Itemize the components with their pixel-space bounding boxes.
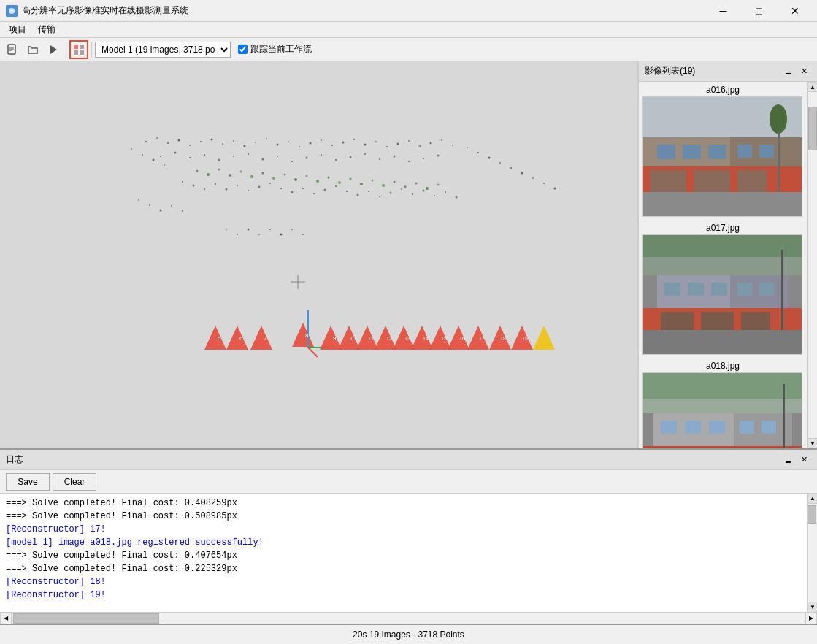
log-line: [Reconstructor] 18! bbox=[6, 575, 801, 589]
svg-point-108 bbox=[445, 191, 446, 193]
svg-point-95 bbox=[302, 188, 304, 189]
svg-point-18 bbox=[211, 139, 213, 141]
image-thumbnail[interactable] bbox=[642, 96, 802, 217]
model-dropdown[interactable]: Model 1 (19 images, 3718 po bbox=[95, 42, 231, 58]
svg-point-62 bbox=[207, 173, 210, 176]
svg-point-125 bbox=[160, 210, 162, 212]
status-text: 20s 19 Images - 3718 Points bbox=[353, 629, 464, 640]
svg-point-35 bbox=[397, 143, 399, 145]
list-item[interactable]: a018.jpg bbox=[642, 361, 804, 448]
scrollbar-thumb[interactable] bbox=[808, 107, 817, 150]
h-scroll-right-btn[interactable]: ▶ bbox=[805, 613, 817, 624]
svg-text:12: 12 bbox=[386, 336, 392, 341]
svg-text:18: 18 bbox=[500, 336, 506, 341]
svg-rect-210 bbox=[661, 421, 677, 434]
svg-text:5: 5 bbox=[218, 335, 221, 342]
close-button[interactable]: ✕ bbox=[778, 0, 811, 22]
save-button[interactable]: Save bbox=[6, 473, 50, 491]
svg-point-48 bbox=[262, 158, 264, 161]
maximize-button[interactable]: □ bbox=[743, 0, 775, 22]
svg-point-54 bbox=[350, 156, 352, 158]
svg-text:14: 14 bbox=[423, 336, 429, 341]
svg-rect-194 bbox=[741, 312, 770, 330]
h-scroll-track bbox=[12, 613, 805, 624]
svg-point-33 bbox=[375, 141, 377, 142]
list-item[interactable]: a017.jpg bbox=[642, 223, 804, 355]
svg-text:6: 6 bbox=[239, 335, 243, 342]
new-button[interactable] bbox=[3, 40, 22, 59]
3d-viewport[interactable]: 5 6 7 8 9 10 11 12 13 14 15 16 17 18 19 bbox=[0, 61, 638, 448]
minimize-button[interactable]: ─ bbox=[707, 0, 740, 22]
svg-point-76 bbox=[360, 183, 363, 185]
svg-point-26 bbox=[299, 146, 300, 147]
svg-point-65 bbox=[240, 171, 242, 173]
svg-rect-176 bbox=[650, 170, 686, 192]
log-close-button[interactable]: ✕ bbox=[797, 453, 811, 467]
svg-point-51 bbox=[306, 157, 308, 159]
svg-text:17: 17 bbox=[479, 336, 485, 341]
svg-point-24 bbox=[277, 144, 279, 146]
svg-text:15: 15 bbox=[441, 336, 447, 341]
svg-point-40 bbox=[452, 145, 453, 146]
image-panel-controls: 🗕 ✕ bbox=[780, 64, 811, 79]
svg-point-97 bbox=[324, 189, 326, 191]
svg-point-84 bbox=[182, 181, 183, 183]
svg-point-126 bbox=[171, 205, 172, 207]
svg-point-13 bbox=[156, 137, 158, 139]
svg-point-29 bbox=[331, 145, 333, 146]
log-scroll-thumb[interactable] bbox=[808, 505, 816, 524]
svg-point-70 bbox=[294, 178, 297, 181]
h-scroll-thumb[interactable] bbox=[13, 613, 159, 624]
toolbar-separator-2 bbox=[91, 42, 92, 58]
svg-point-47 bbox=[248, 153, 249, 155]
play-button[interactable] bbox=[44, 40, 63, 59]
clear-button[interactable]: Clear bbox=[53, 473, 96, 491]
open-button[interactable] bbox=[23, 40, 42, 59]
svg-point-52 bbox=[321, 154, 322, 156]
svg-point-112 bbox=[153, 159, 155, 161]
svg-point-100 bbox=[357, 194, 359, 196]
log-scroll-down-btn[interactable]: ▼ bbox=[808, 602, 817, 612]
svg-rect-181 bbox=[708, 145, 726, 159]
log-minimize-button[interactable]: 🗕 bbox=[780, 453, 795, 467]
scrollbar-down-btn[interactable]: ▼ bbox=[808, 438, 817, 448]
svg-point-25 bbox=[288, 141, 289, 142]
svg-text:10: 10 bbox=[350, 336, 356, 341]
svg-rect-192 bbox=[661, 312, 694, 330]
list-item[interactable]: a016.jpg bbox=[642, 85, 804, 217]
svg-point-68 bbox=[272, 177, 275, 180]
svg-rect-184 bbox=[643, 192, 802, 217]
image-panel-close[interactable]: ✕ bbox=[797, 64, 811, 79]
svg-point-129 bbox=[237, 234, 238, 235]
svg-point-85 bbox=[193, 185, 195, 187]
svg-point-89 bbox=[237, 185, 238, 186]
h-scroll-left-btn[interactable]: ◀ bbox=[0, 613, 12, 624]
scrollbar-up-btn[interactable]: ▲ bbox=[808, 82, 817, 92]
svg-point-109 bbox=[456, 196, 458, 199]
svg-point-44 bbox=[204, 154, 205, 156]
image-thumbnail[interactable] bbox=[642, 372, 802, 448]
image-thumbnail[interactable] bbox=[642, 234, 802, 355]
image-panel: 影像列表(19) 🗕 ✕ a016.jpg bbox=[638, 61, 817, 448]
log-scroll-up-btn[interactable]: ▲ bbox=[808, 494, 817, 504]
svg-rect-214 bbox=[762, 421, 776, 434]
grid-button[interactable] bbox=[69, 40, 88, 59]
svg-point-105 bbox=[412, 193, 413, 195]
svg-point-83 bbox=[437, 184, 440, 186]
menu-item-transfer[interactable]: 传输 bbox=[32, 22, 61, 37]
svg-point-103 bbox=[390, 192, 392, 194]
menu-item-project[interactable]: 项目 bbox=[3, 22, 32, 37]
svg-point-101 bbox=[368, 191, 369, 192]
image-label: a018.jpg bbox=[642, 361, 804, 371]
log-scrollbar[interactable]: ▲ ▼ bbox=[807, 494, 817, 612]
log-scroll-track bbox=[808, 504, 817, 602]
svg-point-45 bbox=[218, 159, 220, 161]
log-line: [Reconstructor] 17! bbox=[6, 523, 801, 536]
track-workflow-checkbox[interactable] bbox=[238, 45, 248, 54]
image-panel-minimize[interactable]: 🗕 bbox=[780, 64, 795, 79]
svg-point-135 bbox=[302, 234, 304, 235]
image-list-scrollbar[interactable]: ▲ ▼ bbox=[807, 82, 817, 448]
svg-rect-179 bbox=[657, 145, 675, 159]
track-workflow-label: 跟踪当前工作流 bbox=[238, 43, 312, 55]
svg-point-116 bbox=[488, 157, 491, 159]
